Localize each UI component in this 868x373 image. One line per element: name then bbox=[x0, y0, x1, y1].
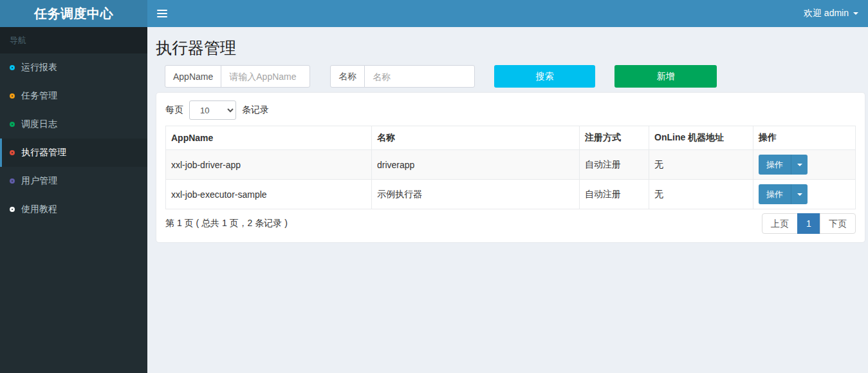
cell-online: 无 bbox=[649, 180, 753, 209]
circle-o-icon bbox=[10, 65, 15, 70]
name-input[interactable] bbox=[364, 65, 475, 88]
caret-segment[interactable] bbox=[791, 184, 808, 204]
appname-label: AppName bbox=[165, 65, 221, 88]
column-header-appname: AppName bbox=[166, 126, 372, 150]
sidebar-item-label: 任务管理 bbox=[21, 90, 57, 102]
action-button-label: 操作 bbox=[759, 155, 791, 175]
prev-page-button[interactable]: 上页 bbox=[762, 213, 798, 234]
pagination: 上页 1 下页 bbox=[762, 213, 856, 234]
executor-list-panel: 每页 10 条记录 AppName 名称 注册方式 OnLine 机器地址 bbox=[156, 92, 865, 243]
column-header-name: 名称 bbox=[372, 126, 580, 150]
user-menu[interactable]: 欢迎 admin bbox=[794, 0, 868, 27]
sidebar-item-run-report[interactable]: 运行报表 bbox=[0, 53, 147, 82]
sidebar-item-label: 用户管理 bbox=[21, 175, 57, 187]
executor-table: AppName 名称 注册方式 OnLine 机器地址 操作 xxl-job-d… bbox=[165, 126, 856, 209]
caret-segment[interactable] bbox=[791, 155, 808, 175]
sidebar-item-executor-manage[interactable]: 执行器管理 bbox=[0, 139, 147, 167]
circle-o-icon bbox=[10, 207, 15, 212]
row-action-dropdown-button[interactable]: 操作 bbox=[759, 184, 808, 204]
sidebar-item-job-log[interactable]: 调度日志 bbox=[0, 110, 147, 139]
hamburger-icon bbox=[157, 13, 167, 14]
cell-appname: xxl-job-executor-sample bbox=[166, 180, 372, 209]
sidebar-item-label: 执行器管理 bbox=[21, 147, 66, 158]
page-size-suffix: 条记录 bbox=[242, 104, 269, 116]
appname-filter-group: AppName bbox=[165, 65, 310, 88]
cell-online: 无 bbox=[649, 150, 753, 180]
caret-down-icon bbox=[853, 12, 858, 15]
row-action-dropdown-button[interactable]: 操作 bbox=[759, 155, 808, 175]
circle-o-icon bbox=[10, 93, 15, 99]
sidebar-item-job-manage[interactable]: 任务管理 bbox=[0, 82, 147, 110]
column-header-online: OnLine 机器地址 bbox=[649, 126, 753, 150]
sidebar-item-label: 调度日志 bbox=[21, 119, 57, 130]
caret-down-icon bbox=[797, 193, 802, 196]
table-header-row: AppName 名称 注册方式 OnLine 机器地址 操作 bbox=[166, 126, 856, 150]
sidebar-section-label: 导航 bbox=[0, 27, 147, 53]
top-navbar: 任务调度中心 欢迎 admin bbox=[0, 0, 868, 27]
circle-o-icon bbox=[10, 178, 15, 184]
table-footer: 第 1 页 ( 总共 1 页，2 条记录 ) 上页 1 下页 bbox=[165, 213, 856, 234]
welcome-text: 欢迎 admin bbox=[804, 8, 849, 19]
cell-action: 操作 bbox=[753, 180, 856, 209]
sidebar-item-label: 使用教程 bbox=[21, 204, 57, 215]
add-button[interactable]: 新增 bbox=[614, 65, 717, 88]
page-size-select[interactable]: 10 bbox=[189, 100, 236, 120]
content-area: 执行器管理 AppName 名称 搜索 新增 每页 10 条记录 bbox=[147, 27, 868, 373]
caret-down-icon bbox=[797, 164, 802, 166]
pagination-summary: 第 1 页 ( 总共 1 页，2 条记录 ) bbox=[165, 218, 288, 229]
sidebar-item-label: 运行报表 bbox=[21, 62, 57, 73]
cell-registry: 自动注册 bbox=[580, 150, 649, 180]
column-header-action: 操作 bbox=[753, 126, 856, 150]
navbar-main: 欢迎 admin bbox=[147, 0, 868, 27]
sidebar-menu: 运行报表 任务管理 调度日志 执行器管理 用户管理 使用教程 bbox=[0, 53, 147, 224]
page-title: 执行器管理 bbox=[156, 37, 865, 59]
name-label: 名称 bbox=[330, 65, 365, 88]
current-page-button[interactable]: 1 bbox=[797, 213, 820, 234]
table-row: xxl-job-driver-app driverapp 自动注册 无 操作 bbox=[166, 150, 856, 180]
action-button-label: 操作 bbox=[759, 184, 791, 204]
next-page-button[interactable]: 下页 bbox=[820, 213, 856, 234]
circle-o-icon bbox=[10, 122, 15, 127]
sidebar-item-help[interactable]: 使用教程 bbox=[0, 195, 147, 224]
page-size-prefix: 每页 bbox=[165, 104, 183, 116]
hamburger-icon bbox=[157, 16, 167, 17]
sidebar: 导航 运行报表 任务管理 调度日志 执行器管理 用户管理 bbox=[0, 27, 147, 373]
cell-appname: xxl-job-driver-app bbox=[166, 150, 372, 180]
appname-input[interactable] bbox=[221, 65, 310, 88]
table-row: xxl-job-executor-sample 示例执行器 自动注册 无 操作 bbox=[166, 180, 856, 209]
filter-row: AppName 名称 搜索 新增 bbox=[165, 65, 865, 88]
search-button[interactable]: 搜索 bbox=[494, 65, 595, 88]
cell-name: driverapp bbox=[372, 150, 580, 180]
cell-name: 示例执行器 bbox=[372, 180, 580, 209]
circle-o-icon bbox=[10, 150, 15, 155]
cell-registry: 自动注册 bbox=[580, 180, 649, 209]
app-logo[interactable]: 任务调度中心 bbox=[0, 0, 147, 27]
name-filter-group: 名称 bbox=[330, 65, 475, 88]
cell-action: 操作 bbox=[753, 150, 856, 180]
column-header-registry: 注册方式 bbox=[580, 126, 649, 150]
page-size-row: 每页 10 条记录 bbox=[165, 100, 856, 120]
sidebar-item-user-manage[interactable]: 用户管理 bbox=[0, 167, 147, 195]
sidebar-toggle-button[interactable] bbox=[147, 0, 177, 27]
hamburger-icon bbox=[157, 10, 167, 11]
